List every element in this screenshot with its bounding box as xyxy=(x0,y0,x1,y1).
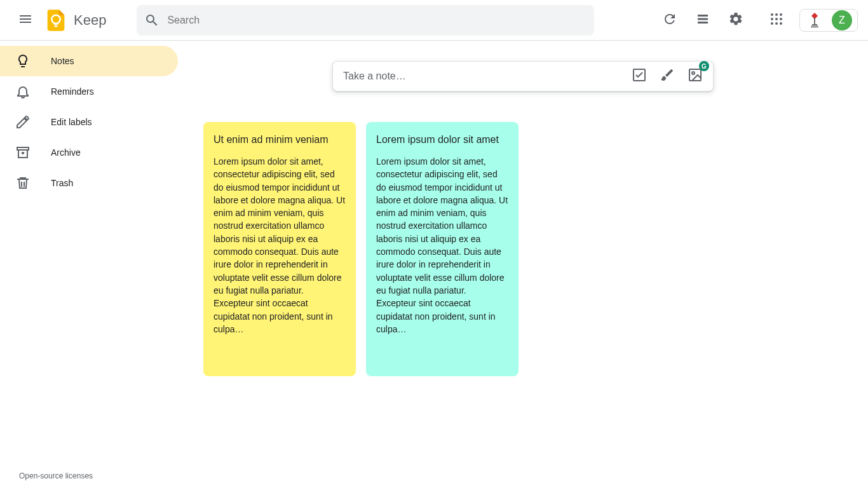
hamburger-icon xyxy=(18,11,33,29)
refresh-button[interactable] xyxy=(654,5,685,36)
note-body: Lorem ipsum dolor sit amet, consectetur … xyxy=(376,155,508,336)
gear-icon xyxy=(728,11,743,29)
note-card[interactable]: Ut enim ad minim veniam Lorem ipsum dolo… xyxy=(203,122,356,376)
refresh-icon xyxy=(662,11,677,29)
svg-point-5 xyxy=(775,18,778,20)
svg-rect-10 xyxy=(814,18,815,24)
header-actions: Z xyxy=(654,5,858,36)
sidebar-item-notes[interactable]: Notes xyxy=(0,46,178,76)
sidebar-label: Notes xyxy=(51,56,74,66)
svg-point-7 xyxy=(771,22,773,25)
search-input[interactable] xyxy=(167,15,587,26)
list-view-icon xyxy=(695,11,710,29)
take-note-actions: G xyxy=(632,67,703,85)
main-menu-button[interactable] xyxy=(10,5,41,36)
sidebar: Notes Reminders Edit labels Archive Tras… xyxy=(0,41,178,488)
sidebar-item-trash[interactable]: Trash xyxy=(0,168,178,198)
svg-point-6 xyxy=(780,18,782,20)
account-avatar[interactable]: Z xyxy=(832,10,852,30)
archive-icon xyxy=(15,145,31,160)
svg-rect-12 xyxy=(689,69,701,81)
lightbulb-icon xyxy=(15,53,31,69)
sidebar-item-archive[interactable]: Archive xyxy=(0,137,178,168)
take-note-bar[interactable]: Take a note… G xyxy=(332,61,714,92)
take-note-placeholder: Take a note… xyxy=(343,71,632,82)
account-org-box[interactable]: Z xyxy=(799,9,858,32)
header: Keep xyxy=(0,0,868,41)
keep-logo-icon xyxy=(43,8,69,33)
note-title: Lorem ipsum dolor sit amet xyxy=(376,132,508,147)
trash-icon xyxy=(15,175,31,191)
brush-icon xyxy=(660,67,675,85)
svg-point-1 xyxy=(771,13,773,16)
svg-point-4 xyxy=(771,18,773,20)
sidebar-label: Trash xyxy=(51,178,73,188)
apps-grid-icon xyxy=(769,11,784,29)
org-logo-icon xyxy=(805,11,824,29)
logo-area[interactable]: Keep xyxy=(43,8,106,33)
search-bar[interactable] xyxy=(137,5,594,36)
svg-point-9 xyxy=(780,22,782,25)
google-apps-button[interactable] xyxy=(761,5,792,36)
pencil-icon xyxy=(15,114,31,130)
settings-button[interactable] xyxy=(721,5,751,36)
sidebar-label: Archive xyxy=(51,147,81,158)
sidebar-item-reminders[interactable]: Reminders xyxy=(0,76,178,107)
bell-icon xyxy=(15,84,31,99)
new-image-note-button[interactable]: G xyxy=(688,67,703,85)
new-drawing-button[interactable] xyxy=(660,67,675,85)
new-list-button[interactable] xyxy=(632,67,647,85)
svg-point-13 xyxy=(692,72,695,74)
checkbox-icon xyxy=(632,67,647,85)
note-body: Lorem ipsum dolor sit amet, consectetur … xyxy=(214,155,346,336)
main-content: Take a note… G xyxy=(178,41,868,488)
search-icon xyxy=(144,13,159,28)
sidebar-item-edit-labels[interactable]: Edit labels xyxy=(0,107,178,137)
note-title: Ut enim ad minim veniam xyxy=(214,132,346,147)
svg-point-8 xyxy=(775,22,778,25)
sidebar-label: Edit labels xyxy=(51,117,92,127)
list-view-button[interactable] xyxy=(688,5,718,36)
avatar-initial: Z xyxy=(839,15,845,26)
note-card[interactable]: Lorem ipsum dolor sit amet Lorem ipsum d… xyxy=(366,122,519,376)
product-name: Keep xyxy=(74,12,106,29)
grammarly-badge: G xyxy=(699,61,709,71)
sidebar-label: Reminders xyxy=(51,86,94,97)
sidebar-footer-link[interactable]: Open-source licenses xyxy=(0,464,178,488)
svg-point-2 xyxy=(775,13,778,16)
svg-point-3 xyxy=(780,13,782,16)
notes-grid: Ut enim ad minim veniam Lorem ipsum dolo… xyxy=(178,107,868,391)
